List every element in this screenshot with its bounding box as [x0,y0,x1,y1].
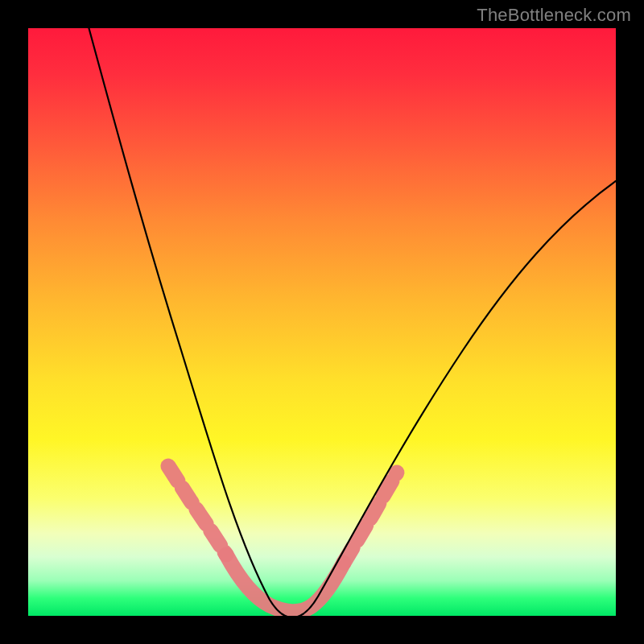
watermark-text: TheBottleneck.com [477,5,631,26]
plot-area [28,28,616,616]
optimal-range-right-dash [344,473,397,563]
curve-line [85,28,616,616]
chart-frame: TheBottleneck.com [0,0,644,644]
bottleneck-curve [28,28,616,616]
optimal-range-left-dash [168,466,226,555]
